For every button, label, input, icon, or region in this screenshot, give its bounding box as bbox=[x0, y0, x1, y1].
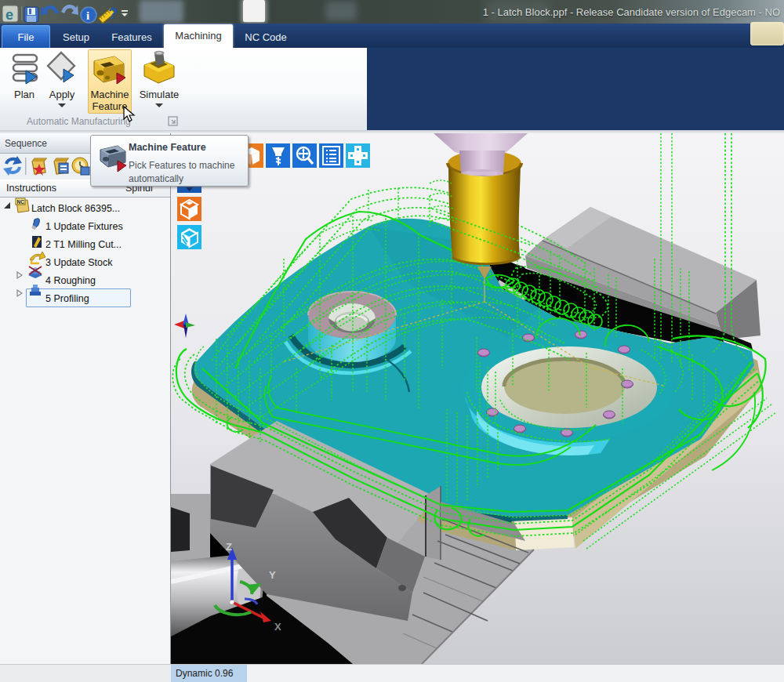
svg-text:NC: NC bbox=[17, 199, 25, 205]
svg-text:i: i bbox=[86, 9, 89, 22]
svg-text:Z: Z bbox=[226, 541, 232, 553]
svg-text:Y: Y bbox=[269, 569, 276, 581]
svg-text:X: X bbox=[274, 621, 281, 633]
svg-text:e: e bbox=[5, 7, 13, 23]
svg-text:?: ? bbox=[108, 5, 118, 22]
